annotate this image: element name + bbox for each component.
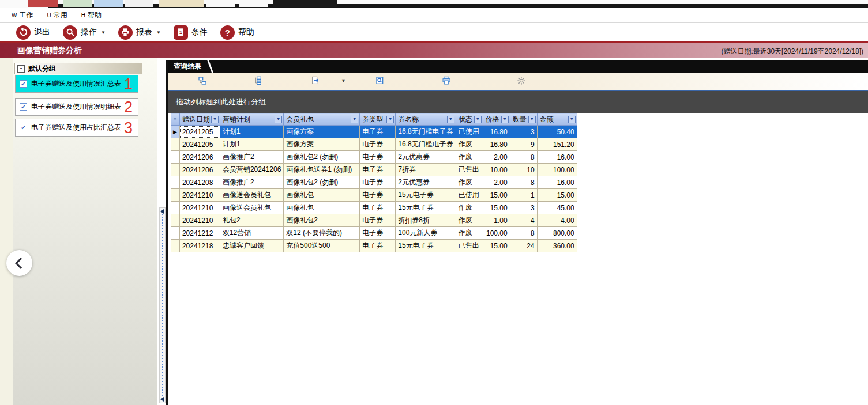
grid-cell[interactable]: 2元优惠券 xyxy=(396,151,456,164)
splitter-collapse-arrow-bottom[interactable] xyxy=(160,397,164,402)
table-row[interactable]: 20241210画像送会员礼包画像礼包电子券15元电子券已使用15.00115.… xyxy=(171,189,577,202)
grid-cell[interactable]: 计划1 xyxy=(220,138,283,151)
grid-cell[interactable]: 15元电子券 xyxy=(396,240,456,252)
sidebar-report-item[interactable]: ✔电子券赠送及使用情况汇总表1 xyxy=(15,75,138,93)
row-indicator-cell[interactable] xyxy=(171,240,179,252)
print-preview-icon[interactable] xyxy=(375,76,385,85)
table-row[interactable]: 20241212双12营销双12 (不要停我的)电子券100元新人券作废100.… xyxy=(171,227,577,240)
grid-cell[interactable]: 画像推广2 xyxy=(220,176,283,189)
grid-cell[interactable]: 800.00 xyxy=(537,227,577,240)
grid-cell[interactable]: 15元电子券 xyxy=(396,202,456,214)
grid-cell[interactable]: 15.00 xyxy=(537,189,577,202)
sidebar-report-item[interactable]: ✔电子券赠送及使用情况明细表2 xyxy=(15,98,138,116)
tab-stub-6[interactable] xyxy=(206,0,235,7)
table-row[interactable]: 20241210画像送会员礼包画像礼包电子券15元电子券作废15.00345.0… xyxy=(171,202,577,214)
grid-cell[interactable]: 电子券 xyxy=(360,227,396,240)
panel-splitter[interactable] xyxy=(159,207,166,403)
grid-cell[interactable]: 20241208 xyxy=(179,176,220,189)
grid-cell[interactable]: 7折券 xyxy=(396,164,456,176)
filter-dropdown-icon[interactable]: ▼ xyxy=(528,116,536,123)
export-dropdown-arrow[interactable]: ▼ xyxy=(341,78,346,84)
grid-cell[interactable]: 360.00 xyxy=(537,240,577,252)
grid-cell[interactable]: 会员营销20241206 xyxy=(220,164,283,176)
filter-dropdown-icon[interactable]: ▼ xyxy=(501,116,509,123)
grid-cell[interactable]: 20241210 xyxy=(179,202,220,214)
dropdown-caret-icon[interactable]: ▼ xyxy=(156,30,161,35)
grid-cell[interactable]: 20241206 xyxy=(179,151,220,164)
grid-cell[interactable]: 1 xyxy=(510,189,537,202)
row-indicator-cell[interactable] xyxy=(171,189,179,202)
grid-cell[interactable]: 45.00 xyxy=(537,202,577,214)
grid-cell[interactable]: 双12 (不要停我的) xyxy=(284,227,360,240)
grid-cell[interactable]: 画像方案 xyxy=(284,138,360,151)
print-icon[interactable] xyxy=(442,76,451,85)
menu-item-帮助[interactable]: H帮助 xyxy=(81,10,102,20)
group-by-bar[interactable]: 拖动列标题到此处进行分组 xyxy=(168,91,868,113)
grid-cell[interactable]: 画像礼包 xyxy=(284,189,360,202)
grid-cell[interactable]: 电子券 xyxy=(360,176,396,189)
filter-dropdown-icon[interactable]: ▼ xyxy=(211,116,219,123)
grid-cell[interactable]: 20241205 xyxy=(179,126,220,138)
group-collapse-icon[interactable]: - xyxy=(17,65,25,73)
grid-cell[interactable]: 16.8无门槛电子券 xyxy=(396,126,456,138)
grid-cell[interactable]: 2元优惠券 xyxy=(396,176,456,189)
grid-cell[interactable]: 电子券 xyxy=(360,126,396,138)
grid-cell[interactable]: 16.00 xyxy=(537,176,577,189)
tab-stub-1[interactable] xyxy=(28,0,58,7)
grid-cell[interactable]: 画像送会员礼包 xyxy=(220,189,283,202)
grid-cell[interactable]: 已使用 xyxy=(456,126,483,138)
column-header-金额[interactable]: 金额▼ xyxy=(537,113,577,126)
grid-cell[interactable]: 作废 xyxy=(456,227,483,240)
grid-cell[interactable]: 充值500送500 xyxy=(284,240,360,252)
export-icon[interactable] xyxy=(311,76,320,85)
filter-dropdown-icon[interactable]: ▼ xyxy=(386,116,394,123)
tab-stub-4[interactable] xyxy=(125,0,153,7)
row-indicator-cell[interactable] xyxy=(171,151,179,164)
grid-cell[interactable]: 画像礼包送券1 (勿删) xyxy=(284,164,360,176)
grid-cell[interactable]: 电子券 xyxy=(360,164,396,176)
grid-cell[interactable]: 10 xyxy=(510,164,537,176)
grid-cell[interactable]: 20241218 xyxy=(179,240,220,252)
grid-cell[interactable]: 50.40 xyxy=(537,126,577,138)
table-row[interactable]: 20241208画像推广2画像礼包2 (勿删)电子券2元优惠券作废2.00816… xyxy=(171,176,577,189)
table-row[interactable]: 20241218忠诚客户回馈充值500送500电子券15元电子券已售出15.00… xyxy=(171,240,577,252)
grid-cell[interactable]: 15.00 xyxy=(483,202,510,214)
grid-cell[interactable]: 8 xyxy=(510,227,537,240)
grid-cell[interactable]: 电子券 xyxy=(360,151,396,164)
grid-cell[interactable]: 画像方案 xyxy=(284,126,360,138)
grid-cell[interactable]: 画像推广2 xyxy=(220,151,283,164)
grid-cell[interactable]: 3 xyxy=(510,126,537,138)
grid-cell[interactable]: 已使用 xyxy=(456,189,483,202)
grid-cell[interactable]: 100.00 xyxy=(537,164,577,176)
dropdown-caret-icon[interactable]: ▼ xyxy=(101,30,106,35)
grid-cell[interactable]: 24 xyxy=(510,240,537,252)
row-indicator-cell[interactable] xyxy=(171,202,179,214)
grid-cell[interactable]: 10.00 xyxy=(483,164,510,176)
table-row[interactable]: ▶20241205计划1画像方案电子券16.8无门槛电子券已使用16.80350… xyxy=(171,126,577,138)
column-header-券名称[interactable]: 券名称▼ xyxy=(396,113,456,126)
checkbox-icon[interactable]: ✔ xyxy=(20,80,27,88)
grid-cell[interactable]: 151.20 xyxy=(537,138,577,151)
tab-stub-2[interactable] xyxy=(63,0,92,7)
grid-cell[interactable]: 电子券 xyxy=(360,189,396,202)
grid-cell[interactable]: 16.80 xyxy=(483,126,510,138)
grid-cell[interactable]: 已售出 xyxy=(456,240,483,252)
grid-cell[interactable]: 20241212 xyxy=(179,227,220,240)
column-header-赠送日期[interactable]: 赠送日期▼ xyxy=(179,113,220,126)
grid-cell[interactable]: 15元电子券 xyxy=(396,189,456,202)
grid-cell[interactable]: 画像礼包2 xyxy=(284,214,360,227)
table-row[interactable]: 20241205计划1画像方案电子券16.8无门槛电子券作废16.809151.… xyxy=(171,138,577,151)
grid-cell[interactable]: 礼包2 xyxy=(220,214,283,227)
grid-cell[interactable]: 画像礼包2 (勿删) xyxy=(284,176,360,189)
toolbar-button-报表[interactable]: 报表▼ xyxy=(118,25,161,40)
grid-cell[interactable]: 画像礼包 xyxy=(284,202,360,214)
table-row[interactable]: 20241210礼包2画像礼包2电子券折扣券8折作废1.0044.00 xyxy=(171,214,577,227)
grid-cell[interactable]: 作废 xyxy=(456,214,483,227)
grid-cell[interactable]: 电子券 xyxy=(360,138,396,151)
grid-cell[interactable]: 忠诚客户回馈 xyxy=(220,240,283,252)
toolbar-button-操作[interactable]: 操作▼ xyxy=(63,25,106,40)
grid-cell[interactable]: 画像送会员礼包 xyxy=(220,202,283,214)
sidebar-report-item[interactable]: ✔电子券赠送及使用占比汇总表3 xyxy=(15,119,138,137)
collapse-groups-icon[interactable] xyxy=(198,76,207,85)
row-indicator-cell[interactable] xyxy=(171,138,179,151)
